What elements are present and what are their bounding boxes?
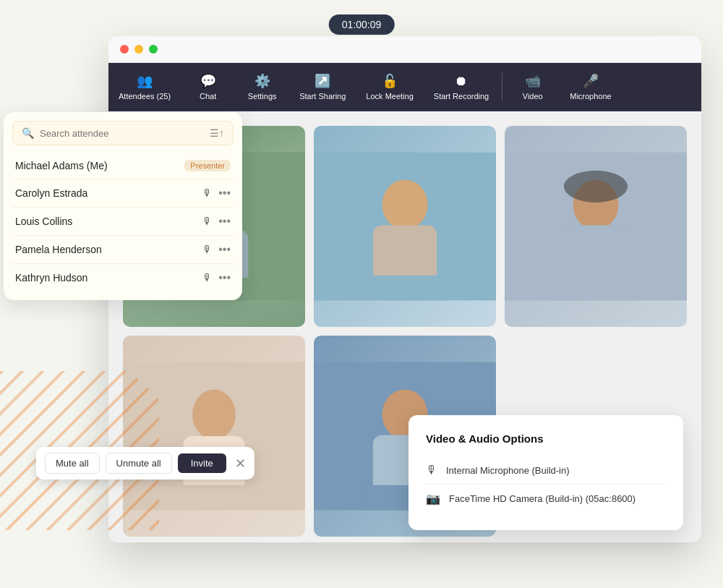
mute-all-button[interactable]: Mute all [45, 453, 100, 474]
search-bar: 🔍 ☰↑ [12, 121, 234, 145]
audio-option-label-1: FaceTime HD Camera (Build-in) (05ac:8600… [449, 493, 636, 504]
toolbar-chat[interactable]: 💬 Chat [181, 69, 235, 105]
video-tile-3 [505, 126, 687, 327]
audio-option-0[interactable]: 🎙 Internal Microphone (Build-in) [426, 456, 666, 485]
attendee-name-0: Michael Adams (Me) [15, 160, 179, 171]
recording-icon: ⏺ [455, 74, 468, 89]
audio-options-panel: Video & Audio Options 🎙 Internal Microph… [408, 415, 683, 530]
attendees-icon: 👥 [137, 73, 153, 89]
toolbar: 👥 Attendees (25) 💬 Chat ⚙️ Settings ↗️ S… [108, 63, 701, 111]
toolbar-video[interactable]: 📹 Video [505, 69, 560, 105]
sharing-icon: ↗️ [315, 73, 330, 89]
invite-button[interactable]: Invite [178, 453, 226, 473]
video-label: Video [523, 92, 543, 101]
minimize-dot[interactable] [134, 45, 143, 54]
svg-rect-12 [552, 276, 639, 301]
toolbar-start-sharing[interactable]: ↗️ Start Sharing [289, 69, 356, 105]
microphone-option-icon: 🎙 [426, 464, 437, 477]
attendee-row-4: Kathryn Hudson 🎙 ••• [12, 264, 234, 291]
mic-icon-1[interactable]: 🎙 [202, 187, 213, 199]
more-icon-1[interactable]: ••• [218, 187, 231, 200]
attendee-name-1: Carolyn Estrada [15, 187, 202, 199]
presenter-badge: Presenter [184, 160, 231, 171]
timer-badge: 01:00:09 [329, 14, 395, 35]
attendee-row-2: Louis Collins 🎙 ••• [12, 208, 234, 236]
sharing-label: Start Sharing [299, 92, 346, 101]
toolbar-divider [502, 72, 502, 101]
person-3 [505, 126, 687, 327]
more-icon-2[interactable]: ••• [218, 215, 231, 228]
attendee-name-3: Pamela Henderson [15, 244, 202, 255]
settings-icon: ⚙️ [254, 73, 270, 89]
video-tile-2 [314, 126, 496, 327]
attendee-name-4: Kathryn Hudson [15, 272, 202, 284]
video-icon: 📹 [525, 73, 541, 89]
audio-option-1[interactable]: 📷 FaceTime HD Camera (Build-in) (05ac:86… [426, 485, 666, 513]
chat-label: Chat [200, 92, 216, 101]
audio-option-label-0: Internal Microphone (Build-in) [446, 465, 570, 476]
toolbar-microphone[interactable]: 🎤 Microphone [560, 69, 621, 105]
window-titlebar [108, 36, 701, 63]
mic-icon-2[interactable]: 🎙 [202, 216, 213, 227]
settings-label: Settings [248, 92, 277, 101]
svg-point-11 [564, 171, 628, 203]
lock-label: Lock Meeting [366, 92, 413, 101]
audio-panel-title: Video & Audio Options [426, 433, 666, 445]
attendee-row-3: Pamela Henderson 🎙 ••• [12, 236, 234, 264]
svg-rect-10 [564, 225, 628, 282]
svg-point-14 [192, 389, 236, 439]
chat-icon: 💬 [200, 73, 216, 89]
attendee-row-1: Carolyn Estrada 🎙 ••• [12, 179, 234, 208]
timer-value: 01:00:09 [342, 19, 382, 30]
microphone-label: Microphone [570, 92, 611, 101]
recording-label: Start Recording [434, 92, 489, 101]
svg-point-5 [382, 179, 428, 229]
unmute-all-button[interactable]: Unmute all [106, 453, 172, 474]
close-dot[interactable] [120, 45, 129, 54]
attendees-label: Attendees (25) [119, 92, 171, 101]
person-2 [314, 126, 496, 327]
svg-rect-6 [373, 225, 437, 282]
more-icon-3[interactable]: ••• [218, 243, 231, 256]
mic-icon-4[interactable]: 🎙 [202, 272, 213, 284]
mic-icon-3[interactable]: 🎙 [202, 244, 213, 255]
attendee-panel: 🔍 ☰↑ Michael Adams (Me) Presenter Caroly… [4, 112, 242, 300]
action-bar-close-button[interactable]: ✕ [235, 456, 246, 472]
lock-icon: 🔓 [382, 73, 398, 89]
toolbar-attendees[interactable]: 👥 Attendees (25) [108, 69, 181, 105]
toolbar-lock-meeting[interactable]: 🔓 Lock Meeting [356, 69, 423, 105]
attendee-row-0: Michael Adams (Me) Presenter [12, 153, 234, 179]
sort-button[interactable]: ☰↑ [210, 127, 224, 139]
maximize-dot[interactable] [149, 45, 158, 54]
microphone-icon: 🎤 [583, 73, 599, 89]
attendee-name-2: Louis Collins [15, 216, 202, 227]
action-bar: Mute all Unmute all Invite ✕ [36, 447, 254, 480]
search-icon: 🔍 [22, 127, 34, 139]
toolbar-start-recording[interactable]: ⏺ Start Recording [424, 69, 499, 105]
svg-rect-16 [172, 485, 257, 511]
search-input[interactable] [40, 128, 204, 139]
toolbar-settings[interactable]: ⚙️ Settings [235, 69, 289, 105]
svg-rect-7 [362, 276, 448, 301]
more-icon-4[interactable]: ••• [218, 271, 231, 284]
camera-option-icon: 📷 [426, 492, 440, 506]
